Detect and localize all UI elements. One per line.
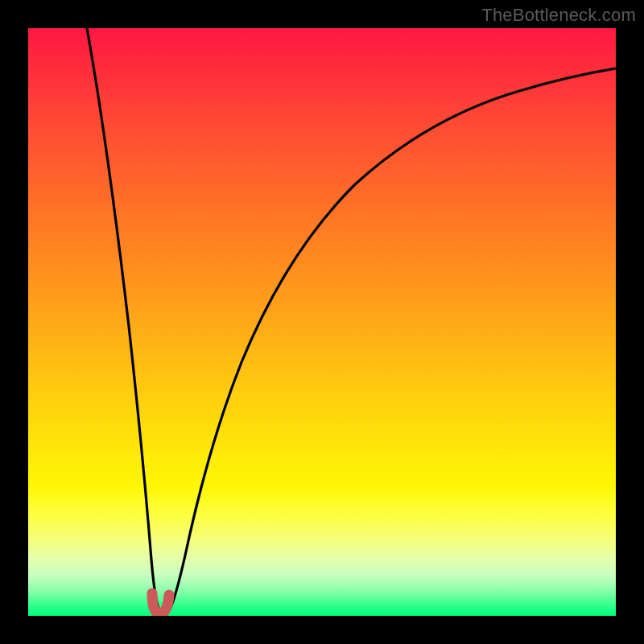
plot-area — [28, 28, 616, 616]
min-marker — [152, 593, 169, 613]
curve-layer — [28, 28, 616, 616]
watermark-text: TheBottleneck.com — [481, 5, 636, 26]
chart-frame: TheBottleneck.com — [0, 0, 644, 644]
bottleneck-curve — [87, 28, 616, 613]
